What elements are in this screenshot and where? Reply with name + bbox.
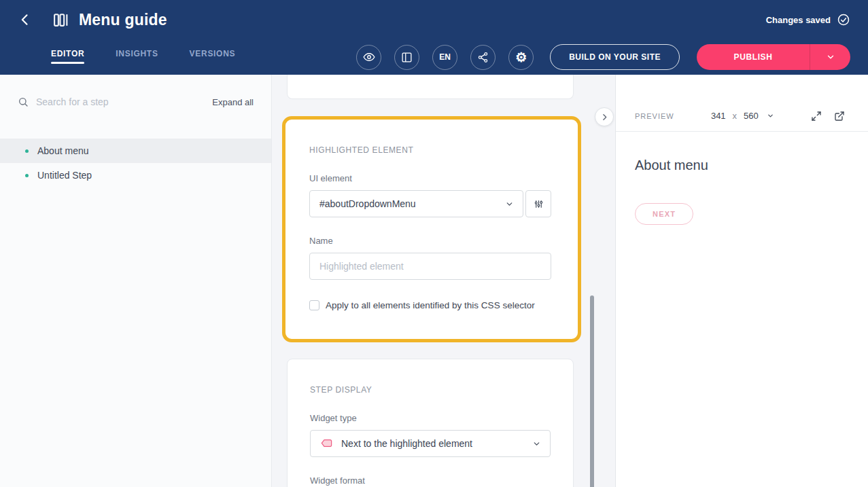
changes-saved-status: Changes saved — [766, 13, 850, 26]
vertical-scrollbar[interactable] — [590, 295, 594, 487]
search-step-input[interactable] — [36, 96, 205, 107]
editor-tabs: EDITOR INSIGHTS VERSIONS — [51, 45, 235, 69]
check-circle-icon — [837, 13, 850, 26]
eye-icon — [363, 51, 375, 63]
widget-type-label: Widget type — [310, 413, 551, 423]
preview-panel: PREVIEW 341 x 560 — [615, 75, 868, 487]
share-icon — [477, 52, 489, 63]
preview-body: About menu NEXT — [616, 132, 868, 225]
highlighted-element-card: HIGHLIGHTED ELEMENT UI element #aboutDro… — [282, 116, 581, 342]
editor-panel: HIGHLIGHTED ELEMENT UI element #aboutDro… — [272, 75, 615, 487]
settings-button[interactable]: ⚙ — [508, 45, 534, 70]
step-list: About menu Untitled Step — [0, 139, 271, 187]
widget-type-value: Next to the highlighted element — [341, 438, 532, 449]
layout-button[interactable] — [394, 45, 419, 70]
back-button[interactable] — [16, 11, 34, 29]
chevron-down-icon — [767, 112, 774, 120]
preview-height-value: 560 — [744, 111, 759, 121]
scrolled-card-partial — [287, 75, 574, 99]
step-label: About menu — [37, 145, 89, 156]
preview-size-dropdown[interactable]: 341 x 560 — [674, 111, 811, 121]
ui-element-value: #aboutDropdownMenu — [319, 198, 505, 209]
section-title: HIGHLIGHTED ELEMENT — [309, 145, 551, 155]
preview-label: PREVIEW — [635, 112, 674, 120]
chevron-left-icon — [18, 13, 32, 26]
open-external-icon[interactable] — [834, 111, 845, 122]
guide-logo-icon — [52, 11, 69, 29]
widget-format-label: Widget format — [310, 475, 551, 486]
build-on-your-site-button[interactable]: BUILD ON YOUR SITE — [550, 44, 680, 70]
sliders-icon — [534, 199, 544, 209]
preview-width-value: 341 — [711, 111, 726, 121]
chevron-down-icon — [505, 200, 514, 209]
top-header: Menu guide Changes saved EDITOR INSIGHTS… — [0, 0, 868, 75]
collapse-preview-button[interactable] — [595, 107, 614, 126]
fullscreen-expand-icon[interactable] — [811, 111, 822, 122]
apply-all-label: Apply to all elements identified by this… — [326, 300, 535, 310]
tooltip-widget-icon — [320, 438, 333, 450]
step-item-about-menu[interactable]: About menu — [0, 139, 271, 163]
tab-editor[interactable]: EDITOR — [51, 45, 84, 69]
changes-saved-label: Changes saved — [766, 15, 831, 25]
step-dot-icon — [25, 149, 29, 153]
element-settings-button[interactable] — [525, 190, 551, 217]
page-title: Menu guide — [79, 11, 167, 29]
preview-eye-button[interactable] — [356, 45, 381, 70]
publish-dropdown-button[interactable] — [810, 44, 850, 70]
step-item-untitled-step[interactable]: Untitled Step — [0, 163, 271, 187]
tab-versions[interactable]: VERSIONS — [190, 45, 236, 69]
preview-header: PREVIEW 341 x 560 — [616, 101, 868, 132]
chevron-down-icon — [532, 439, 541, 448]
publish-button[interactable]: PUBLISH — [697, 44, 810, 70]
expand-all-link[interactable]: Expand all — [212, 97, 254, 107]
apply-all-checkbox[interactable] — [309, 300, 319, 310]
ui-element-select[interactable]: #aboutDropdownMenu — [309, 190, 523, 217]
layout-icon — [401, 52, 413, 63]
app-window: Menu guide Changes saved EDITOR INSIGHTS… — [0, 0, 868, 487]
name-label: Name — [309, 236, 551, 246]
tab-insights[interactable]: INSIGHTS — [116, 45, 158, 69]
chevron-right-icon — [600, 113, 609, 122]
search-icon — [18, 96, 29, 107]
step-label: Untitled Step — [37, 170, 92, 181]
publish-split-button: PUBLISH — [697, 44, 850, 70]
step-display-card: STEP DISPLAY Widget type Next to the hig… — [287, 359, 574, 487]
size-separator: x — [733, 111, 737, 121]
steps-sidebar: Expand all About menu Untitled Step — [0, 75, 272, 487]
highlighted-element-name-input[interactable] — [309, 253, 551, 280]
ui-element-label: UI element — [309, 173, 551, 183]
gear-icon: ⚙ — [515, 51, 527, 64]
step-dot-icon — [25, 174, 29, 177]
preview-next-button[interactable]: NEXT — [635, 203, 693, 225]
widget-type-select[interactable]: Next to the highlighted element — [310, 430, 551, 457]
share-button[interactable] — [470, 45, 496, 70]
preview-step-heading: About menu — [635, 158, 868, 173]
section-title: STEP DISPLAY — [310, 385, 551, 395]
language-button[interactable]: EN — [432, 45, 457, 70]
chevron-down-icon — [826, 52, 835, 62]
